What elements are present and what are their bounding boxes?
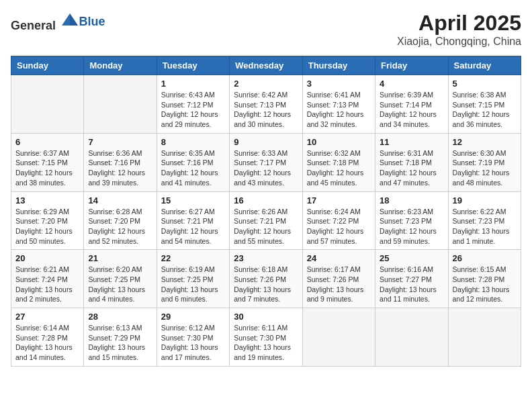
day-number: 14 [88, 195, 152, 205]
calendar-cell: 5Sunrise: 6:38 AM Sunset: 7:15 PM Daylig… [448, 75, 521, 134]
calendar-cell: 11Sunrise: 6:31 AM Sunset: 7:18 PM Dayli… [375, 133, 448, 191]
day-number: 19 [453, 195, 517, 205]
calendar-cell: 6Sunrise: 6:37 AM Sunset: 7:15 PM Daylig… [11, 133, 84, 191]
calendar-cell: 7Sunrise: 6:36 AM Sunset: 7:16 PM Daylig… [84, 133, 157, 191]
day-number: 4 [380, 79, 443, 89]
day-number: 22 [161, 253, 225, 263]
calendar-week-2: 6Sunrise: 6:37 AM Sunset: 7:15 PM Daylig… [11, 133, 521, 191]
calendar-week-4: 20Sunrise: 6:21 AM Sunset: 7:24 PM Dayli… [11, 250, 521, 308]
day-info: Sunrise: 6:31 AM Sunset: 7:18 PM Dayligh… [380, 148, 443, 188]
calendar-body: 1Sunrise: 6:43 AM Sunset: 7:12 PM Daylig… [11, 75, 521, 367]
day-number: 24 [307, 253, 371, 263]
day-info: Sunrise: 6:11 AM Sunset: 7:30 PM Dayligh… [234, 323, 298, 363]
day-info: Sunrise: 6:37 AM Sunset: 7:15 PM Dayligh… [15, 148, 79, 188]
calendar-cell: 17Sunrise: 6:24 AM Sunset: 7:22 PM Dayli… [302, 191, 375, 250]
day-info: Sunrise: 6:38 AM Sunset: 7:15 PM Dayligh… [453, 90, 517, 130]
calendar-cell [84, 75, 157, 134]
day-number: 16 [234, 195, 298, 205]
calendar-cell [302, 308, 375, 367]
calendar-cell: 1Sunrise: 6:43 AM Sunset: 7:12 PM Daylig… [157, 75, 229, 134]
calendar-cell: 30Sunrise: 6:11 AM Sunset: 7:30 PM Dayli… [230, 308, 302, 367]
day-number: 3 [307, 79, 371, 89]
weekday-header-friday: Friday [375, 56, 448, 75]
day-info: Sunrise: 6:35 AM Sunset: 7:16 PM Dayligh… [161, 148, 225, 188]
day-number: 6 [15, 137, 79, 147]
calendar-cell: 12Sunrise: 6:30 AM Sunset: 7:19 PM Dayli… [448, 133, 521, 191]
weekday-header-row: SundayMondayTuesdayWednesdayThursdayFrid… [11, 56, 521, 75]
day-number: 15 [161, 195, 225, 205]
calendar-cell: 22Sunrise: 6:19 AM Sunset: 7:25 PM Dayli… [157, 250, 229, 308]
day-info: Sunrise: 6:18 AM Sunset: 7:26 PM Dayligh… [234, 265, 298, 304]
day-info: Sunrise: 6:42 AM Sunset: 7:13 PM Dayligh… [234, 90, 298, 130]
day-info: Sunrise: 6:13 AM Sunset: 7:29 PM Dayligh… [88, 323, 152, 363]
calendar-cell: 19Sunrise: 6:22 AM Sunset: 7:23 PM Dayli… [448, 191, 521, 250]
day-info: Sunrise: 6:41 AM Sunset: 7:13 PM Dayligh… [307, 90, 371, 130]
calendar-cell: 13Sunrise: 6:29 AM Sunset: 7:20 PM Dayli… [11, 191, 84, 250]
day-number: 26 [453, 253, 517, 263]
day-number: 23 [234, 253, 298, 263]
day-info: Sunrise: 6:39 AM Sunset: 7:14 PM Dayligh… [380, 90, 443, 130]
calendar-cell [11, 75, 84, 134]
weekday-header-saturday: Saturday [448, 56, 521, 75]
day-number: 12 [453, 137, 517, 147]
calendar-cell: 20Sunrise: 6:21 AM Sunset: 7:24 PM Dayli… [11, 250, 84, 308]
day-number: 5 [453, 79, 517, 89]
day-info: Sunrise: 6:28 AM Sunset: 7:20 PM Dayligh… [88, 207, 152, 246]
calendar-week-5: 27Sunrise: 6:14 AM Sunset: 7:28 PM Dayli… [11, 308, 521, 367]
calendar-cell: 15Sunrise: 6:27 AM Sunset: 7:21 PM Dayli… [157, 191, 229, 250]
calendar-cell [448, 308, 521, 367]
calendar-cell: 29Sunrise: 6:12 AM Sunset: 7:30 PM Dayli… [157, 308, 229, 367]
day-number: 7 [88, 137, 152, 147]
day-info: Sunrise: 6:29 AM Sunset: 7:20 PM Dayligh… [15, 207, 79, 246]
day-number: 17 [307, 195, 371, 205]
weekday-header-monday: Monday [84, 56, 157, 75]
day-number: 30 [234, 312, 298, 322]
day-number: 18 [380, 195, 443, 205]
day-info: Sunrise: 6:33 AM Sunset: 7:17 PM Dayligh… [234, 148, 298, 188]
day-info: Sunrise: 6:16 AM Sunset: 7:27 PM Dayligh… [380, 265, 443, 304]
calendar-cell: 3Sunrise: 6:41 AM Sunset: 7:13 PM Daylig… [302, 75, 375, 134]
logo: General Blue [11, 11, 105, 33]
day-info: Sunrise: 6:14 AM Sunset: 7:28 PM Dayligh… [15, 323, 79, 363]
calendar-cell: 27Sunrise: 6:14 AM Sunset: 7:28 PM Dayli… [11, 308, 84, 367]
month-title: April 2025 [397, 11, 521, 36]
calendar-cell: 16Sunrise: 6:26 AM Sunset: 7:21 PM Dayli… [230, 191, 302, 250]
day-info: Sunrise: 6:19 AM Sunset: 7:25 PM Dayligh… [161, 265, 225, 304]
day-info: Sunrise: 6:17 AM Sunset: 7:26 PM Dayligh… [307, 265, 371, 304]
calendar-table: SundayMondayTuesdayWednesdayThursdayFrid… [11, 56, 521, 367]
calendar-cell: 28Sunrise: 6:13 AM Sunset: 7:29 PM Dayli… [84, 308, 157, 367]
day-number: 21 [88, 253, 152, 263]
logo-blue: Blue [79, 15, 105, 29]
day-info: Sunrise: 6:43 AM Sunset: 7:12 PM Dayligh… [161, 90, 225, 130]
day-info: Sunrise: 6:32 AM Sunset: 7:18 PM Dayligh… [307, 148, 371, 188]
day-info: Sunrise: 6:26 AM Sunset: 7:21 PM Dayligh… [234, 207, 298, 246]
day-number: 27 [15, 312, 79, 322]
day-info: Sunrise: 6:21 AM Sunset: 7:24 PM Dayligh… [15, 265, 79, 304]
weekday-header-wednesday: Wednesday [230, 56, 302, 75]
day-number: 2 [234, 79, 298, 89]
day-info: Sunrise: 6:30 AM Sunset: 7:19 PM Dayligh… [453, 148, 517, 188]
day-number: 11 [380, 137, 443, 147]
calendar-cell: 21Sunrise: 6:20 AM Sunset: 7:25 PM Dayli… [84, 250, 157, 308]
logo-general: General [11, 19, 56, 32]
calendar-cell: 14Sunrise: 6:28 AM Sunset: 7:20 PM Dayli… [84, 191, 157, 250]
calendar-cell: 10Sunrise: 6:32 AM Sunset: 7:18 PM Dayli… [302, 133, 375, 191]
calendar-cell [375, 308, 448, 367]
weekday-header-tuesday: Tuesday [157, 56, 229, 75]
day-number: 10 [307, 137, 371, 147]
day-number: 25 [380, 253, 443, 263]
calendar-cell: 8Sunrise: 6:35 AM Sunset: 7:16 PM Daylig… [157, 133, 229, 191]
calendar-cell: 26Sunrise: 6:15 AM Sunset: 7:28 PM Dayli… [448, 250, 521, 308]
day-info: Sunrise: 6:24 AM Sunset: 7:22 PM Dayligh… [307, 207, 371, 246]
calendar-cell: 18Sunrise: 6:23 AM Sunset: 7:23 PM Dayli… [375, 191, 448, 250]
day-number: 1 [161, 79, 225, 89]
day-info: Sunrise: 6:22 AM Sunset: 7:23 PM Dayligh… [453, 207, 517, 246]
day-number: 13 [15, 195, 79, 205]
day-info: Sunrise: 6:23 AM Sunset: 7:23 PM Dayligh… [380, 207, 443, 246]
day-info: Sunrise: 6:12 AM Sunset: 7:30 PM Dayligh… [161, 323, 225, 363]
day-info: Sunrise: 6:20 AM Sunset: 7:25 PM Dayligh… [88, 265, 152, 304]
calendar-week-3: 13Sunrise: 6:29 AM Sunset: 7:20 PM Dayli… [11, 191, 521, 250]
weekday-header-sunday: Sunday [11, 56, 84, 75]
calendar-cell: 4Sunrise: 6:39 AM Sunset: 7:14 PM Daylig… [375, 75, 448, 134]
weekday-header-thursday: Thursday [302, 56, 375, 75]
